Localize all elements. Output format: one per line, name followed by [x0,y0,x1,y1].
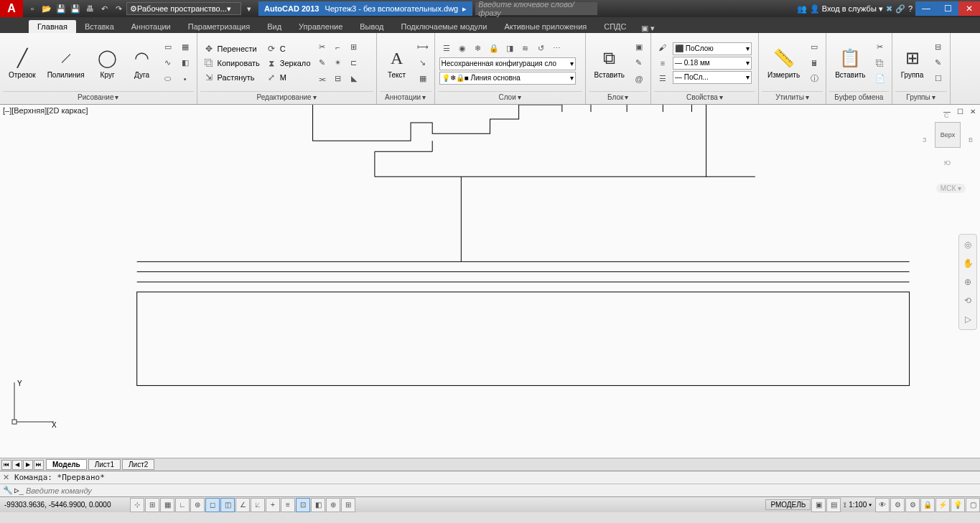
line-button[interactable]: ╱Отрезок [4,45,40,80]
viewcube-top[interactable]: Верх [935,122,961,148]
lwt-icon[interactable]: ≡ [281,498,295,512]
offset-icon[interactable]: ⊏ [347,56,361,70]
mirror-button[interactable]: ⧗Зеркало [264,57,312,70]
text-button[interactable]: AТекст [381,45,413,80]
layer-dropdown[interactable]: 💡❄🔒■ Линия основна▾ [439,72,576,85]
copy-button[interactable]: ⿻Копировать [202,57,261,70]
paste-spec-icon[interactable]: 📄 [873,72,887,86]
nav-wheel-icon[interactable]: ◎ [961,237,975,252]
model-space-button[interactable]: РМОДЕЛЬ [765,499,811,510]
new-icon[interactable]: ▫ [26,2,39,15]
signin-button[interactable]: 👤 Вход в службы ▾ [810,4,883,14]
stay-connected-icon[interactable]: 🔗 [895,4,905,14]
attr-icon[interactable]: @ [632,72,646,86]
panel-block-title[interactable]: Блок ▾ [589,91,648,103]
tab-insert[interactable]: Вставка [76,20,123,33]
panel-group-title[interactable]: Группы ▾ [895,91,947,103]
prop-icon[interactable]: ☰ [655,72,670,86]
polar-icon[interactable]: ⊛ [190,498,205,512]
qat-more-icon[interactable]: ▾ [243,2,256,15]
nav-orbit-icon[interactable]: ⟲ [961,293,975,308]
grid-icon[interactable]: ▦ [160,498,174,512]
cmd-customize-icon[interactable]: 🔧 [3,486,14,495]
ribbon-expand-icon[interactable]: ▣ ▾ [641,24,655,33]
nav-pan-icon[interactable]: ✋ [961,256,975,270]
hardware-accel-icon[interactable]: ⚡ [935,498,950,512]
group-edit-icon[interactable]: ✎ [931,56,946,70]
panel-props-title[interactable]: Свойства ▾ [654,91,755,103]
layer-iso-icon[interactable]: ◨ [503,42,517,56]
break-icon[interactable]: ⊟ [331,72,345,86]
tab-model[interactable]: Модель [46,459,87,470]
id-icon[interactable]: ⓘ [807,72,821,86]
tab-annotate[interactable]: Аннотации [123,20,179,33]
snap-icon[interactable]: ⊞ [145,498,159,512]
fillet-icon[interactable]: ⌐ [331,40,345,55]
erase-icon[interactable]: ✎ [315,56,330,70]
ungroup-icon[interactable]: ⊟ [931,40,946,55]
measure-button[interactable]: 📏Измерить [763,45,804,80]
3dosnap-icon[interactable]: ◫ [220,498,235,512]
close-button[interactable]: ✕ [958,1,980,16]
tab-activeapps[interactable]: Активные приложения [495,20,595,33]
tab-home[interactable]: Главная [29,20,76,33]
ellipse-icon[interactable]: ⬭ [161,72,175,86]
am-icon[interactable]: ⊞ [341,498,355,512]
tab-spds[interactable]: СПДС [595,20,635,33]
open-icon[interactable]: 📂 [40,2,53,15]
anno-auto-icon[interactable]: ⚙ [890,498,905,512]
join-icon[interactable]: ⫘ [315,72,330,86]
linetype-dropdown[interactable]: — ПоСл...▾ [673,71,752,84]
tab-view[interactable]: Вид [258,20,290,33]
tab-parametric[interactable]: Параметризация [179,20,258,33]
ducs-icon[interactable]: ⟀ [251,498,265,512]
isolate-icon[interactable]: 💡 [951,498,965,512]
circle-button[interactable]: ◯Круг [92,45,123,80]
infocenter-icon[interactable]: 👥 [797,4,807,14]
drawing-area[interactable]: [–][Верхняя][2D каркас] ― ☐ ✕ С З В Верх… [0,105,980,458]
lineweight-dropdown[interactable]: — 0.18 мм▾ [673,57,752,70]
create-block-icon[interactable]: ▣ [632,40,646,55]
cmd-close-icon[interactable]: ✕ [3,473,14,482]
copy-clip-icon[interactable]: ⿻ [873,56,887,70]
tab-layout1[interactable]: Лист1 [88,459,121,470]
tab-manage[interactable]: Управление [290,20,351,33]
leader-icon[interactable]: ↘ [416,56,430,70]
color-dropdown[interactable]: ⬛ ПоСлою▾ [673,42,752,55]
chamfer-icon[interactable]: ◣ [347,72,361,86]
layer-prev-icon[interactable]: ↺ [534,42,549,56]
viewport-label[interactable]: [–][Верхняя][2D каркас] [3,106,88,115]
infer-icon[interactable]: ⊹ [130,498,144,512]
spline-icon[interactable]: ∿ [161,56,175,70]
point-icon[interactable]: • [178,72,192,86]
insert-block-button[interactable]: ⧉Вставить [590,45,629,80]
viewcube-s[interactable]: Ю [944,159,951,166]
nav-zoom-icon[interactable]: ⊕ [961,275,975,289]
viewcube-n[interactable]: С [944,112,949,119]
command-input[interactable] [26,486,977,495]
rect-icon[interactable]: ▭ [161,40,175,55]
layer-lock-icon[interactable]: 🔒 [487,42,501,56]
anno-scale[interactable]: ⟟ 1:100 ▾ [841,501,874,509]
plot-icon[interactable]: 🖶 [83,2,96,15]
layout-last-icon[interactable]: ⏭ [34,460,44,470]
group-button[interactable]: ⊞Группа [897,45,928,80]
minimize-button[interactable]: ― [915,1,937,16]
exchange-icon[interactable]: ✖ [886,4,892,14]
stretch-button[interactable]: ⇲Растянуть [202,71,261,84]
scale-button[interactable]: ⤢М [264,71,312,84]
arc-button[interactable]: ◠Дуга [126,45,158,80]
panel-util-title[interactable]: Утилиты ▾ [762,91,823,103]
group-sel-icon[interactable]: ☐ [931,72,946,86]
edit-block-icon[interactable]: ✎ [632,56,646,70]
tab-layout2[interactable]: Лист2 [122,459,154,470]
polyline-button[interactable]: ⟋Полилиния [43,45,89,80]
layout-prev-icon[interactable]: ◀ [12,460,22,470]
layout-first-icon[interactable]: ⏮ [1,460,11,470]
osnap-icon[interactable]: ◻ [205,498,220,512]
clean-screen-icon[interactable]: ▢ [966,498,980,512]
ws-switch-icon[interactable]: ⚙ [905,498,920,512]
list-icon[interactable]: ≡ [655,56,670,70]
viewcube-e[interactable]: В [969,136,973,143]
ortho-icon[interactable]: ∟ [175,498,190,512]
